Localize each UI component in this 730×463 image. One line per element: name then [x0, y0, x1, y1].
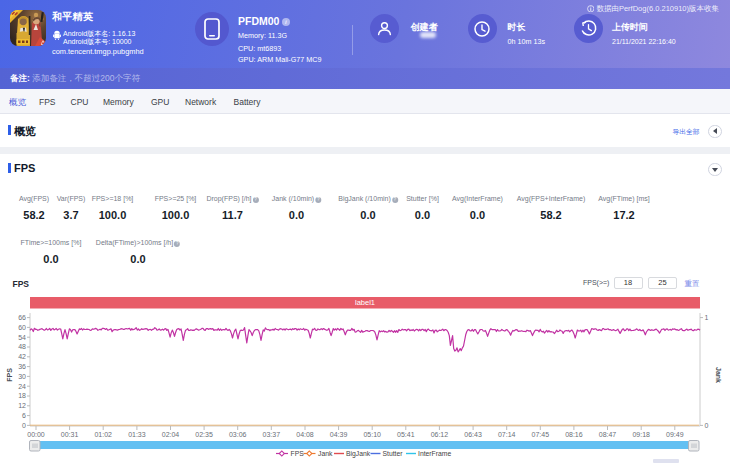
svg-text:6: 6	[22, 412, 26, 419]
svg-text:Jank: Jank	[715, 367, 722, 383]
svg-text:01:33: 01:33	[128, 431, 146, 438]
svg-text:06:43: 06:43	[464, 431, 482, 438]
svg-text:02:35: 02:35	[195, 431, 213, 438]
svg-text:04:39: 04:39	[330, 431, 348, 438]
svg-text:48: 48	[18, 343, 26, 350]
svg-text:42: 42	[18, 353, 26, 360]
svg-text:00:00: 00:00	[27, 431, 45, 438]
svg-text:Jank: Jank	[318, 450, 333, 457]
svg-text:18: 18	[18, 392, 26, 399]
svg-text:03:06: 03:06	[229, 431, 247, 438]
svg-text:00:31: 00:31	[61, 431, 79, 438]
svg-text:30: 30	[18, 373, 26, 380]
svg-text:FPS: FPS	[6, 368, 13, 382]
svg-text:label1: label1	[355, 298, 375, 307]
svg-text:02:04: 02:04	[162, 431, 180, 438]
svg-text:BigJank: BigJank	[346, 450, 371, 458]
svg-text:36: 36	[18, 363, 26, 370]
svg-text:09:18: 09:18	[632, 431, 650, 438]
svg-text:66: 66	[18, 314, 26, 321]
svg-text:01:02: 01:02	[94, 431, 112, 438]
svg-text:54: 54	[18, 334, 26, 341]
svg-text:05:10: 05:10	[363, 431, 381, 438]
svg-text:08:47: 08:47	[599, 431, 617, 438]
svg-text:03:37: 03:37	[263, 431, 281, 438]
svg-text:12: 12	[18, 402, 26, 409]
svg-text:07:45: 07:45	[532, 431, 550, 438]
svg-text:InterFrame: InterFrame	[418, 450, 451, 457]
svg-text:60: 60	[18, 324, 26, 331]
svg-text:08:16: 08:16	[565, 431, 583, 438]
svg-text:04:08: 04:08	[296, 431, 314, 438]
svg-text:07:14: 07:14	[498, 431, 516, 438]
svg-text:09:49: 09:49	[666, 431, 684, 438]
svg-text:06:12: 06:12	[431, 431, 449, 438]
svg-text:FPS: FPS	[291, 450, 305, 457]
svg-text:0: 0	[22, 422, 26, 429]
svg-text:05:41: 05:41	[397, 431, 415, 438]
svg-text:1: 1	[705, 314, 709, 321]
svg-text:Stutter: Stutter	[383, 450, 404, 457]
svg-text:0: 0	[705, 422, 709, 429]
svg-text:24: 24	[18, 383, 26, 390]
